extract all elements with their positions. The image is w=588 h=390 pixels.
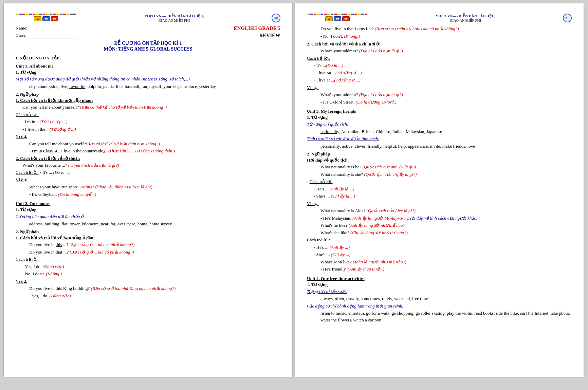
section-header-1: I. NỘI DUNG ÔN TẬP: [16, 55, 280, 61]
ex1-1-q: Can you tell me about yourself?(Bạn có t…: [29, 141, 280, 147]
page1-header: 🚂 🚃 🚃 YOPO.VN---- DIỄN ĐÀN TÀI LIỆU, GIÁ…: [16, 14, 280, 23]
deco-line-left-2: [307, 14, 368, 15]
pages-container: 🚂 🚃 🚃 YOPO.VN---- DIỄN ĐÀN TÀI LIỆU, GIÁ…: [4, 3, 584, 377]
tuVung1-list: city, countryside, live, favourite, dolp…: [29, 83, 280, 90]
ex3-1-q3: What's she like? (Chị ấy là người như th…: [320, 229, 572, 236]
viDu3-1: Ví dụ:: [307, 200, 572, 207]
ex3-2-a: - He's friendly. (Anh ấy thân thiện.): [320, 266, 572, 273]
ex1-2-a: - It's volleyball. (Đó là bóng chuyền.): [29, 191, 280, 198]
answer1-1b: - I live in the ...(Tớ sống ở ...): [22, 126, 280, 133]
answer1-1a: - I'm in ...(Tớ học lớp ...): [22, 118, 280, 125]
ex3-1-a: - He's Malaysian. (Anh ấy là người Ma-la…: [320, 215, 572, 222]
tuVung4-desc-a: Trạng từ chỉ tần suất.: [307, 288, 572, 295]
ex2-1-q1: Do you live in this King building? (Bạn …: [29, 285, 280, 292]
viDu2-2: Ví dụ:: [307, 84, 572, 91]
name-label: Name:: [16, 25, 79, 31]
english-grade: ENGLISH GRADE 5: [234, 25, 280, 31]
cachTraLoi1: Cách trả lời:: [16, 111, 280, 118]
ex2-1-a2: - No, I don't. (Không.): [320, 33, 572, 40]
answer2-1a: - Yes, I do. (Đúng vậy.): [22, 263, 280, 270]
train-icons-left-2: 🚂 🚃 🚃: [325, 16, 350, 21]
grammar3-1: Hỏi đáp về quốc tịch.: [307, 157, 572, 163]
grammar3-1-q2: What nationality is she? (Quốc tịch của …: [320, 171, 572, 178]
header-center-1: YOPO.VN---- DIỄN ĐÀN TÀI LIỆU, GIÁO ÁN M…: [77, 14, 272, 23]
grammar2-2: 2. Cách hỏi và trả lời về địa chỉ nơi ở:: [307, 41, 572, 47]
ab-badge-2: AB: [563, 14, 572, 22]
ex1-2-q: What's your favourite sport? (Môn thể th…: [29, 184, 280, 190]
ex2-1-a1: - Yes, I do. (Đúng vậy.): [29, 293, 280, 299]
tuVung2-desc: Từ vựng liên quan đến nơi ăn chốn ở.: [16, 213, 280, 220]
tuVung2-list: address, building, flat, tower, kilometr…: [29, 221, 280, 227]
tuVung1-header: 1. Từ vựng: [16, 70, 280, 75]
answer2-2c: - I live at ...(Tớ sống ở ...): [314, 77, 572, 83]
title-section-1: ĐỀ CƯƠNG ÔN TẬP HỌC KÌ 1 MÔN: TIẾNG ANH …: [16, 40, 280, 52]
cachTraLoi2: Cách trả lời:: [16, 256, 280, 263]
viDu2-1: Ví dụ:: [16, 278, 280, 285]
answer2-2a: - It's ...(Đó là ...): [314, 62, 572, 69]
grammar1-2: 2. Cách hỏi và trả lời về sở thích:: [16, 156, 280, 161]
yopo-text-1: YOPO.VN---- DIỄN ĐÀN TÀI LIỆU,: [80, 14, 268, 18]
tuVung4-list-b: listen to music, entertain, go for a wal…: [320, 310, 572, 323]
class-label: Class:: [16, 33, 78, 38]
answer2-1b: - No, I don't. (Không.): [22, 271, 280, 277]
logo-left: 🚂 🚃 🚃: [16, 14, 77, 22]
ex2-2-a: - It's Oxford Street. (Đó là đường Oxfor…: [320, 99, 572, 106]
tuVung3-header: 1. Từ vựng: [307, 115, 572, 120]
cachTraLoi4: - Cách trả lời:: [307, 178, 572, 185]
answer3-1a: - He's ... (Anh ấy là ...): [314, 186, 572, 192]
unit3-header: Unit 3. My foreign friends: [307, 109, 572, 114]
nguPhap3-header: 2. Ngữ pháp: [307, 151, 572, 157]
grammar1-1: 1. Cách hỏi và trả lời khi mới gặp nhau:: [16, 98, 280, 103]
review-title: REVIEW: [259, 33, 280, 38]
tuVung4-list-a: always, often, usually, sometimes, rarel…: [320, 295, 572, 302]
answer2-2b: - I live on ...(Tớ sống ở ...): [314, 70, 572, 76]
unit4-header: Unit 4. Our free-time activities: [307, 276, 572, 281]
answer3-2a: - He's ... (Anh ấy ...): [314, 244, 572, 251]
cachTraLoi3: Cách trả lời:: [307, 55, 572, 62]
grammar2-1-q1: Do you live in this ...? (Bạn sống ở ...…: [29, 241, 280, 248]
tuVung4-header: 1. Từ vựng: [307, 282, 572, 287]
grammar1-1-q: Can you tell me about yourself? (Bạn có …: [22, 104, 280, 111]
grammar2-2-q: What's your address? (Địa chỉ của bạn là…: [320, 48, 572, 54]
grammar1-2-q: What's your favourite ...? (... yêu thíc…: [22, 162, 280, 169]
ex3-1-q2: What's he like? (Anh ấy là người như thế…: [320, 222, 572, 229]
nguPhap2-header: 2. Ngữ pháp: [16, 229, 280, 235]
yopo-text-2b: GIÁO ÁN MIỄN PHÍ: [371, 18, 559, 23]
ex2-2-q: What's your address? (Địa chỉ của bạn là…: [320, 91, 572, 98]
ex3-1-q: What nationality is Alex? (Quốc tịch của…: [320, 207, 572, 214]
answer3-2b: - She's ... (Chị ấy ...): [314, 251, 572, 258]
tuVung3-desc-b: Tính từ miêu tả các đặc điểm tính cách.: [307, 135, 572, 142]
grammar2-1: 1. Cách hỏi và trả lời về bạn sống ở đâu…: [16, 235, 280, 241]
yopo-text-1b: GIÁO ÁN MIỄN PHÍ: [80, 18, 268, 23]
cachTraLoi1-2: Cách trả lời: - It's ... (Đó là ...): [16, 169, 280, 176]
unit1-header: Unit 1. All about me: [16, 63, 280, 69]
ex3-2-q: What's John like? (John là người như thế…: [320, 259, 572, 265]
tuVung1-desc: Một số từ vựng được dùng để giới thiệu v…: [16, 76, 280, 82]
tuVung2-header: 1. Từ vựng: [16, 207, 280, 212]
header-center-2: YOPO.VN---- DIỄN ĐÀN TÀI LIỆU, GIÁO ÁN M…: [368, 14, 563, 23]
grammar3-1-q1: What nationality is he? (Quốc tịch của a…: [320, 164, 572, 170]
name-class-1: Name: ENGLISH GRADE 5 Class: REVIEW: [16, 25, 280, 38]
viDu1-2: Ví dụ:: [16, 177, 280, 183]
cachTraLoi5: Cách trả lời:: [307, 237, 572, 243]
page-1: 🚂 🚃 🚃 YOPO.VN---- DIỄN ĐÀN TÀI LIỆU, GIÁ…: [4, 3, 292, 377]
mon-title: MÔN: TIẾNG ANH 5 GLOBAL SUCCESS: [16, 46, 280, 52]
tuVung3-list-b: personality, active, clever, friendly, h…: [320, 143, 572, 150]
ab-badge-1: AB: [272, 14, 280, 22]
yopo-text-2: YOPO.VN---- DIỄN ĐÀN TÀI LIỆU,: [371, 14, 559, 18]
tuVung3-desc-a: Từ vựng chỉ quốc tịch.: [307, 121, 572, 128]
answer3-1b: - She's ... (Chị ấy là ...): [314, 193, 572, 200]
viDu1: Ví dụ:: [16, 133, 280, 140]
tuVung3-list-a: nationality, Australian, British, Chines…: [320, 128, 572, 135]
ex1-1-a: - I'm in Class 5C. I live in the country…: [29, 148, 280, 154]
logo-left-2: 🚂 🚃 🚃: [307, 14, 368, 22]
grammar2-1-q2: Do you live in that ...? (Bạn sống ở ...…: [29, 249, 280, 256]
page2-header: 🚂 🚃 🚃 YOPO.VN---- DIỄN ĐÀN TÀI LIỆU, GIÁ…: [307, 14, 572, 23]
page-2: 🚂 🚃 🚃 YOPO.VN---- DIỄN ĐÀN TÀI LIỆU, GIÁ…: [295, 3, 584, 377]
unit2-header: Unit 2. Our homes: [16, 201, 280, 206]
de-cuong: ĐỀ CƯƠNG ÔN TẬP HỌC KÌ 1: [16, 40, 280, 46]
deco-line-left: [16, 14, 77, 15]
nguPhap1-header: 2. Ngữ pháp: [16, 92, 280, 97]
train-icons-left: 🚂 🚃 🚃: [34, 16, 58, 21]
ex2-1-q2: Do you live in that Lotus flat? (Bạn sốn…: [320, 25, 572, 32]
